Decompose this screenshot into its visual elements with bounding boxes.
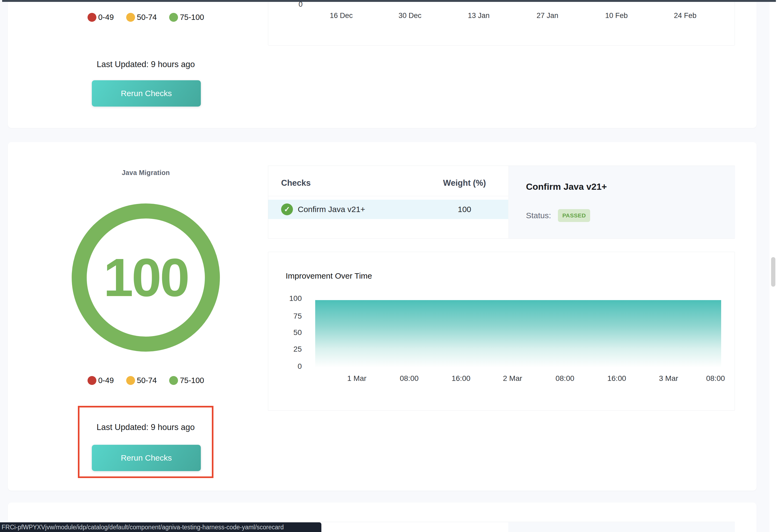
improvement-chart-panel: Improvement Over Time 100 75 50 25 0 1 M… (268, 252, 735, 411)
checks-panel: Checks Weight (%) ✓ Confirm Java v21+ 10… (268, 166, 735, 239)
trend-x-tick: 24 Feb (666, 12, 704, 20)
score-gauge: 100 (72, 204, 220, 352)
legend-item-high: 75-100 (169, 13, 204, 22)
scorecard-card-java-migration: Java Migration 100 0-49 50-74 75-100 Las… (8, 142, 757, 491)
x-tick: 16:00 (442, 374, 480, 383)
legend-dot-green-icon (169, 13, 178, 22)
area-series-fill (315, 300, 721, 368)
trend-chart-panel: 0 16 Dec 30 Dec 13 Jan 27 Jan 10 Feb 24 … (268, 0, 735, 46)
y-tick: 0 (275, 362, 302, 371)
legend-item-low: 0-49 (88, 376, 114, 385)
legend-label: 0-49 (98, 376, 114, 385)
legend-label: 50-74 (137, 376, 157, 385)
legend-dot-red-icon (88, 376, 96, 385)
scorecard-card-top: 0-49 50-74 75-100 Last Updated: 9 hours … (8, 0, 757, 128)
score-value: 100 (103, 247, 188, 308)
score-legend: 0-49 50-74 75-100 (38, 376, 253, 385)
legend-dot-yellow-icon (126, 376, 135, 385)
legend-item-medium: 50-74 (126, 376, 157, 385)
rerun-checks-button[interactable]: Rerun Checks (92, 80, 201, 107)
checks-column-header: Checks (281, 178, 311, 188)
x-tick: 16:00 (598, 374, 636, 383)
check-detail-panel: Confirm Java v21+ Status: PASSED (509, 166, 735, 238)
legend-label: 75-100 (180, 376, 204, 385)
header-separator (268, 196, 508, 196)
x-tick: 08:00 (697, 374, 734, 383)
trend-x-tick: 27 Jan (529, 12, 566, 20)
trend-x-tick: 16 Dec (322, 12, 360, 20)
x-tick: 3 Mar (650, 374, 687, 383)
legend-item-high: 75-100 (169, 376, 204, 385)
vertical-scrollbar[interactable] (770, 0, 777, 532)
x-tick: 08:00 (391, 374, 428, 383)
highlight-annotation-box: Last Updated: 9 hours ago Rerun Checks (78, 406, 213, 478)
check-name: Confirm Java v21+ (298, 205, 365, 214)
status-label: Status: (526, 211, 551, 220)
legend-label: 50-74 (137, 13, 157, 22)
status-badge: PASSED (558, 209, 590, 222)
y-tick: 25 (275, 345, 302, 354)
legend-item-medium: 50-74 (126, 13, 157, 22)
y-tick: 100 (275, 294, 302, 303)
check-status-row: Status: PASSED (526, 209, 735, 222)
scorecard-page: 0-49 50-74 75-100 Last Updated: 9 hours … (0, 0, 777, 532)
legend-item-low: 0-49 (88, 13, 114, 22)
last-updated-text: Last Updated: 9 hours ago (38, 59, 253, 69)
next-checks-panel-partial (268, 522, 735, 532)
rerun-checks-button[interactable]: Rerun Checks (92, 445, 201, 471)
check-weight-value: 100 (426, 205, 504, 214)
legend-dot-yellow-icon (126, 13, 135, 22)
legend-dot-red-icon (88, 13, 96, 22)
check-detail-title: Confirm Java v21+ (526, 181, 735, 192)
check-passed-icon: ✓ (281, 204, 293, 215)
top-dark-strip (2, 0, 776, 2)
legend-dot-green-icon (169, 376, 178, 385)
y-tick: 75 (275, 312, 302, 320)
next-detail-panel-partial (508, 522, 735, 532)
trend-x-tick: 10 Feb (598, 12, 635, 20)
link-preview-statusbar: FRCi-pfWPYXVjvw/module/idp/catalog/defau… (0, 522, 321, 532)
x-tick: 08:00 (546, 374, 584, 383)
scrollbar-thumb[interactable] (771, 257, 775, 287)
link-url-text: FRCi-pfWPYXVjvw/module/idp/catalog/defau… (2, 524, 284, 531)
check-table-row[interactable]: ✓ Confirm Java v21+ 100 (268, 200, 508, 219)
legend-label: 0-49 (98, 13, 114, 22)
legend-label: 75-100 (180, 13, 204, 22)
scorecard-title: Java Migration (38, 169, 253, 177)
weight-column-header: Weight (%) (426, 178, 504, 188)
trend-x-tick: 30 Dec (391, 12, 429, 20)
x-tick: 1 Mar (338, 374, 375, 383)
score-legend: 0-49 50-74 75-100 (38, 13, 253, 22)
x-tick: 2 Mar (494, 374, 531, 383)
trend-x-tick: 13 Jan (460, 12, 497, 20)
improvement-chart-title: Improvement Over Time (286, 271, 372, 280)
last-updated-text: Last Updated: 9 hours ago (80, 422, 212, 432)
y-tick: 50 (275, 328, 302, 337)
